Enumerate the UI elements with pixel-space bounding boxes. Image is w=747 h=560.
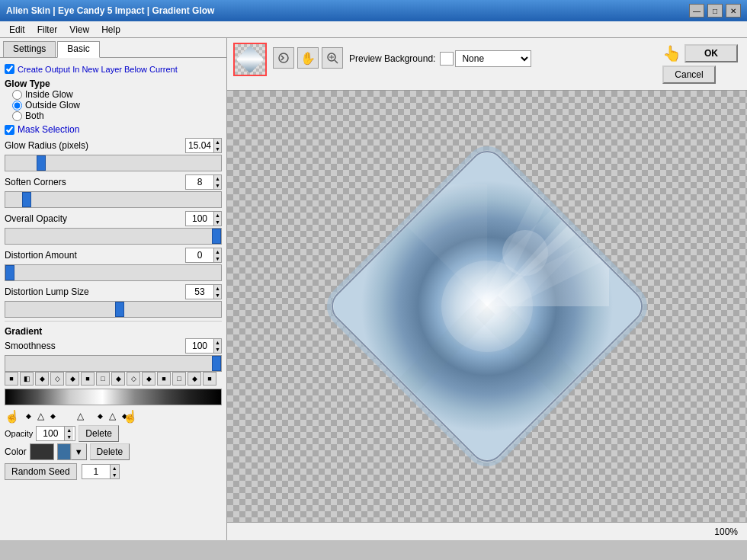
mask-selection-label: Mask Selection	[18, 124, 79, 135]
zoom-level: 100%	[714, 526, 738, 537]
smoothness-up[interactable]: ▲	[213, 339, 221, 346]
random-seed-button[interactable]: Random Seed	[5, 463, 77, 480]
gradient-icon-buttons: ■ ◧ ◆ ◇ ◆ ■ □ ◆ ◇ ◆ ■ □ ◆ ■	[5, 372, 222, 386]
opacity-up[interactable]: ▲	[64, 427, 73, 434]
pan-button[interactable]: ✋	[297, 47, 319, 69]
gradient-btn-13[interactable]: ◆	[188, 372, 201, 386]
distortion-amount-spinbox[interactable]: ▲ ▼	[185, 248, 222, 263]
reset-button[interactable]	[273, 47, 294, 69]
glow-radius-slider[interactable]	[5, 155, 222, 171]
gradient-btn-10[interactable]: ◆	[142, 372, 155, 386]
distortion-lump-label: Distortion Lump Size	[5, 286, 89, 297]
ok-button[interactable]: OK	[684, 44, 738, 62]
overall-opacity-slider[interactable]	[5, 228, 222, 245]
distortion-lump-slider[interactable]	[5, 301, 222, 318]
ok-row: 👆 OK	[662, 44, 738, 62]
overall-opacity-spinbox[interactable]: ▲ ▼	[185, 211, 222, 226]
gradient-btn-6[interactable]: ■	[81, 372, 95, 386]
opacity-input[interactable]	[37, 427, 64, 440]
distortion-amount-slider[interactable]	[5, 264, 222, 281]
smoothness-spinbtns: ▲ ▼	[213, 339, 221, 353]
preview-thumbnail[interactable]	[233, 43, 267, 76]
tab-basic[interactable]: Basic	[57, 41, 99, 58]
window-title: Alien Skin | Eye Candy 5 Impact | Gradie…	[6, 5, 214, 16]
gradient-btn-11[interactable]: ■	[157, 372, 171, 386]
soften-corners-up[interactable]: ▲	[213, 175, 221, 182]
glow-radius-up[interactable]: ▲	[213, 139, 221, 146]
opacity-spinbox[interactable]: ▲ ▼	[36, 426, 75, 441]
window-controls: — □ ✕	[689, 4, 741, 18]
smoothness-spinbox[interactable]: ▲ ▼	[185, 338, 222, 354]
gradient-bar[interactable]	[5, 389, 222, 405]
soften-corners-down[interactable]: ▼	[213, 182, 221, 189]
gradient-btn-8[interactable]: ◆	[111, 372, 125, 386]
create-output-checkbox[interactable]	[5, 64, 14, 74]
smoothness-down[interactable]: ▼	[213, 346, 221, 353]
glow-radius-input[interactable]	[186, 139, 213, 152]
color-delete-button[interactable]: Delete	[90, 443, 130, 460]
soften-corners-input[interactable]	[186, 175, 213, 189]
opacity-delete-button[interactable]: Delete	[79, 425, 119, 442]
gradient-btn-1[interactable]: ■	[5, 372, 18, 386]
inside-glow-radio[interactable]	[12, 90, 22, 100]
distortion-amount-input[interactable]	[186, 248, 213, 262]
glow-radius-down[interactable]: ▼	[213, 146, 221, 152]
random-seed-down[interactable]: ▼	[110, 472, 119, 478]
tabs-container: Settings Basic	[0, 38, 226, 58]
distortion-amount-spinbtns: ▲ ▼	[213, 248, 221, 262]
overall-opacity-up[interactable]: ▲	[213, 212, 221, 219]
maximize-button[interactable]: □	[707, 4, 723, 18]
gradient-btn-9[interactable]: ◇	[127, 372, 140, 386]
glow-radius-spinbox[interactable]: ▲ ▼	[185, 138, 222, 153]
distortion-amount-up[interactable]: ▲	[213, 248, 221, 255]
gradient-btn-3[interactable]: ◆	[35, 372, 49, 386]
mask-selection-row: Mask Selection	[5, 124, 222, 135]
distortion-amount-down[interactable]: ▼	[213, 255, 221, 262]
menu-filter[interactable]: Filter	[31, 23, 64, 37]
overall-opacity-down[interactable]: ▼	[213, 219, 221, 226]
distortion-lump-down[interactable]: ▼	[213, 292, 221, 299]
gradient-btn-7[interactable]: □	[96, 372, 110, 386]
opacity-down[interactable]: ▼	[64, 434, 73, 440]
gradient-btn-4[interactable]: ◇	[50, 372, 64, 386]
random-seed-input[interactable]	[82, 465, 110, 478]
both-glow-radio[interactable]	[12, 111, 22, 121]
gradient-btn-14[interactable]: ■	[203, 372, 216, 386]
menu-edit[interactable]: Edit	[3, 23, 31, 37]
color-label: Color	[5, 446, 27, 457]
smoothness-slider[interactable]	[5, 355, 222, 372]
color-picker-btn[interactable]: ▼	[71, 443, 87, 460]
zoom-button[interactable]	[322, 47, 343, 69]
gradient-btn-2[interactable]: ◧	[20, 372, 34, 386]
soften-corners-spinbox[interactable]: ▲ ▼	[185, 174, 222, 190]
distortion-lump-size-section: Distortion Lump Size ▲ ▼	[5, 284, 222, 318]
cancel-button[interactable]: Cancel	[662, 66, 716, 84]
preview-bg-select[interactable]: None White Black Gray	[455, 50, 531, 67]
gradient-btn-12[interactable]: □	[172, 372, 186, 386]
random-seed-spinbox[interactable]: ▲ ▼	[82, 464, 120, 479]
color-picker-area: ▼	[57, 443, 87, 460]
overall-opacity-input[interactable]	[186, 212, 213, 226]
gradient-btn-5[interactable]: ◆	[66, 372, 79, 386]
smoothness-label: Smoothness	[5, 341, 56, 351]
menu-view[interactable]: View	[63, 23, 95, 37]
mask-selection-checkbox[interactable]	[5, 125, 14, 135]
tab-settings[interactable]: Settings	[3, 41, 56, 57]
random-seed-up[interactable]: ▲	[110, 465, 119, 472]
minimize-button[interactable]: —	[689, 4, 704, 18]
distortion-lump-up[interactable]: ▲	[213, 285, 221, 292]
opacity-row-label: Opacity	[5, 429, 33, 438]
distortion-lump-spinbox[interactable]: ▲ ▼	[185, 284, 222, 299]
thumb-diamond	[236, 46, 264, 74]
both-glow-label: Both	[25, 110, 44, 121]
preview-bg-select-wrapper: None White Black Gray	[440, 50, 531, 67]
outside-glow-label: Outside Glow	[25, 100, 80, 110]
soften-corners-slider[interactable]	[5, 191, 222, 208]
color-swatch[interactable]	[30, 443, 54, 460]
distortion-lump-input[interactable]	[186, 285, 213, 299]
outside-glow-radio[interactable]	[12, 101, 22, 110]
close-button[interactable]: ✕	[726, 4, 741, 18]
menu-help[interactable]: Help	[95, 23, 127, 37]
smoothness-input[interactable]	[186, 339, 213, 353]
color-blue-swatch[interactable]	[57, 443, 71, 460]
